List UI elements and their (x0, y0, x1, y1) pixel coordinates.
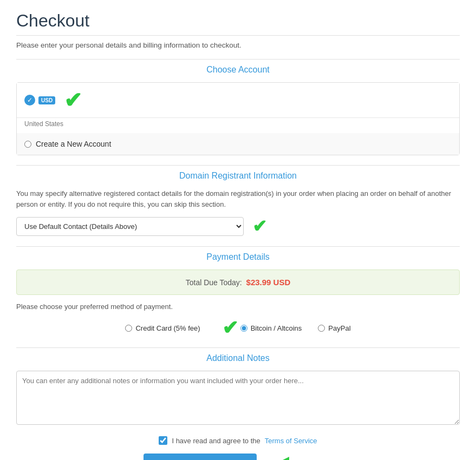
credit-card-radio[interactable] (125, 325, 132, 332)
payment-methods-row: Credit Card (5% fee) ✔ Bitcoin / Altcoin… (16, 318, 460, 338)
complete-order-button[interactable]: Complete Order ➔ (144, 454, 257, 460)
choose-account-divider (16, 59, 460, 60)
subtitle-text: Please enter your personal details and b… (16, 41, 242, 49)
paypal-label: PayPal (328, 324, 350, 332)
bitcoin-method-wrapper: ✔ Bitcoin / Altcoins (217, 318, 302, 338)
bitcoin-label: Bitcoin / Altcoins (251, 324, 302, 332)
additional-notes-textarea[interactable] (16, 371, 460, 425)
tos-link[interactable]: Terms of Service (265, 437, 317, 445)
payment-details-heading: Payment Details (16, 252, 460, 262)
paypal-radio[interactable] (318, 325, 325, 332)
domain-green-checkmark: ✔ (252, 216, 267, 236)
account-country: United States (17, 118, 459, 133)
domain-registrant-heading: Domain Registrant Information (16, 171, 460, 181)
page-title: Checkout (16, 11, 460, 31)
usd-badge: USD (38, 96, 55, 104)
total-amount: $23.99 USD (246, 278, 291, 287)
tos-prefix: I have read and agree to the (172, 437, 260, 445)
additional-notes-divider (16, 347, 460, 348)
page-subtitle: Please enter your personal details and b… (16, 41, 460, 49)
tos-row: I have read and agree to the Terms of Se… (16, 436, 460, 445)
big-green-checkmark-account: ✔ (64, 89, 82, 111)
domain-dropdown-row: Use Default Contact (Details Above) Ente… (16, 216, 460, 236)
payment-details-divider (16, 246, 460, 247)
domain-registrant-divider (16, 165, 460, 166)
domain-info-text: You may specify alternative registered c… (16, 188, 460, 209)
total-due-bar: Total Due Today: $23.99 USD (16, 270, 460, 295)
create-new-account-row[interactable]: Create a New Account (17, 133, 459, 155)
bitcoin-radio[interactable] (240, 325, 247, 332)
create-new-account-label[interactable]: Create a New Account (24, 140, 111, 148)
credit-card-method[interactable]: Credit Card (5% fee) (125, 324, 200, 332)
tos-checkbox[interactable] (159, 436, 167, 445)
bitcoin-green-checkmark: ✔ (222, 318, 238, 338)
create-new-account-radio[interactable] (24, 141, 31, 148)
paypal-method[interactable]: PayPal (318, 324, 350, 332)
payment-subtitle: Please choose your preferred method of p… (16, 303, 460, 311)
svg-marker-0 (268, 457, 332, 460)
complete-order-row: Complete Order ➔ (16, 454, 460, 460)
credit-card-label: Credit Card (5% fee) (135, 324, 200, 332)
bitcoin-method[interactable]: Bitcoin / Altcoins (240, 324, 302, 332)
account-box: ✓ USD ✔ United States Create a New Accou… (16, 82, 460, 155)
account-check-icon: ✓ (24, 95, 35, 106)
top-divider (16, 35, 460, 36)
total-label: Total Due Today: (186, 278, 242, 287)
additional-notes-heading: Additional Notes (16, 353, 460, 363)
green-arrow-svg (268, 457, 332, 460)
create-new-account-text: Create a New Account (36, 140, 111, 148)
domain-contact-dropdown[interactable]: Use Default Contact (Details Above) Ente… (16, 217, 244, 236)
green-arrow-left (268, 457, 332, 460)
selected-account-row[interactable]: ✓ USD ✔ (17, 83, 459, 118)
choose-account-heading: Choose Account (16, 65, 460, 75)
